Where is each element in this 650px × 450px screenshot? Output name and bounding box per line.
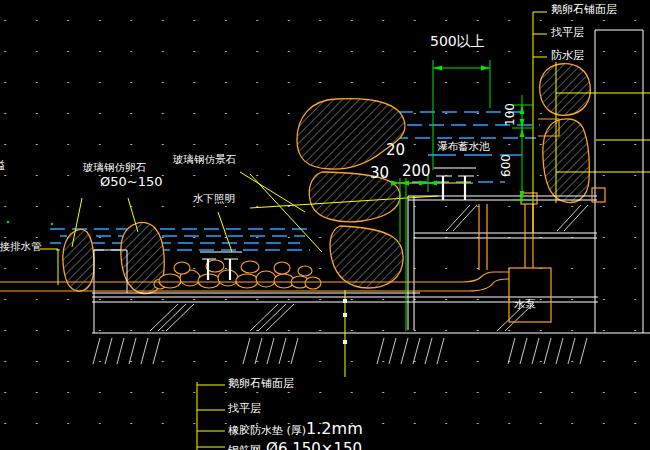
dim-weir-200: 200 [402, 164, 431, 179]
callout-rebar-mesh: 钢筋网 Ø6.150×150 [228, 441, 362, 450]
pebble-bed [154, 260, 321, 289]
callout-faux-pebble: 玻璃钢仿卵石 [83, 162, 146, 173]
dim-weir-20: 20 [386, 143, 405, 158]
cad-drawing-viewport[interactable]: 鹅卵石铺面层 找平层 防水层 500以上 100 600 瀑布蓄水池 20 30… [0, 0, 650, 450]
reservoir-label: 瀑布蓄水池 [437, 141, 490, 152]
callout-rubber-membrane-value: 1.2mm [306, 419, 363, 438]
callout-rebar-mesh-value: Ø6.150×150 [266, 440, 362, 450]
pump-label: 水泵 [514, 299, 536, 310]
callout-rubber-membrane: 橡胶防水垫 (厚)1.2mm [228, 421, 363, 437]
waterfall-pond-section-drawing [0, 0, 650, 450]
ground-hatch [93, 338, 587, 364]
callout-leveling-bottom: 找平层 [228, 403, 261, 414]
rock-right-bottom [543, 119, 589, 203]
callout-rubber-membrane-label: 橡胶防水垫 (厚) [228, 424, 306, 437]
dim-depth-100: 100 [504, 103, 516, 126]
callout-drain-pipe: 连接排水管 [0, 241, 42, 252]
callout-pebble-surface-top: 鹅卵石铺面层 [551, 4, 617, 15]
dim-depth-600: 600 [500, 154, 512, 177]
dim-weir-30: 30 [370, 166, 389, 181]
callout-leveling-top: 找平层 [551, 27, 584, 38]
callout-pebble-surface-bottom: 鹅卵石铺面层 [228, 378, 294, 389]
callout-waterproof-top: 防水层 [551, 50, 584, 61]
dim-min-width-label: 500以上 [430, 34, 485, 48]
callout-faux-pebble-size: Ø50~150 [100, 175, 162, 188]
rock-lower [330, 226, 403, 288]
edge-partial-text: 溢 [0, 160, 5, 171]
rock-right-top [540, 64, 591, 116]
callout-rebar-mesh-label: 钢筋网 [228, 444, 261, 450]
callout-faux-rock: 玻璃钢仿景石 [173, 154, 236, 165]
callout-underwater-light: 水下照明 [193, 193, 235, 204]
